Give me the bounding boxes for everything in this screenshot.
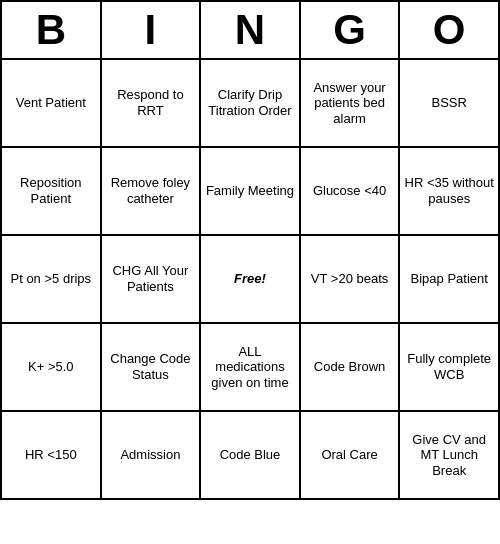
cell-0-4: BSSR [399, 59, 499, 147]
cell-1-0: Reposition Patient [1, 147, 101, 235]
cell-0-2: Clarify Drip Titration Order [200, 59, 300, 147]
cell-3-1: Change Code Status [101, 323, 201, 411]
cell-4-4: Give CV and MT Lunch Break [399, 411, 499, 499]
header-letter-B: B [2, 2, 102, 58]
bingo-grid: Vent PatientRespond to RRTClarify Drip T… [0, 58, 500, 500]
cell-3-0: K+ >5.0 [1, 323, 101, 411]
cell-1-2: Family Meeting [200, 147, 300, 235]
cell-1-4: HR <35 without pauses [399, 147, 499, 235]
cell-2-4: Bipap Patient [399, 235, 499, 323]
cell-0-1: Respond to RRT [101, 59, 201, 147]
cell-3-3: Code Brown [300, 323, 400, 411]
cell-1-3: Glucose <40 [300, 147, 400, 235]
cell-4-0: HR <150 [1, 411, 101, 499]
cell-2-3: VT >20 beats [300, 235, 400, 323]
cell-0-3: Answer your patients bed alarm [300, 59, 400, 147]
cell-4-1: Admission [101, 411, 201, 499]
cell-3-4: Fully complete WCB [399, 323, 499, 411]
header-letter-O: O [400, 2, 498, 58]
cell-2-1: CHG All Your Patients [101, 235, 201, 323]
cell-4-3: Oral Care [300, 411, 400, 499]
cell-2-0: Pt on >5 drips [1, 235, 101, 323]
cell-0-0: Vent Patient [1, 59, 101, 147]
header-letter-N: N [201, 2, 301, 58]
cell-4-2: Code Blue [200, 411, 300, 499]
header-letter-I: I [102, 2, 202, 58]
cell-2-2: Free! [200, 235, 300, 323]
cell-1-1: Remove foley catheter [101, 147, 201, 235]
cell-3-2: ALL medications given on time [200, 323, 300, 411]
header-letter-G: G [301, 2, 401, 58]
bingo-header: BINGO [0, 0, 500, 58]
